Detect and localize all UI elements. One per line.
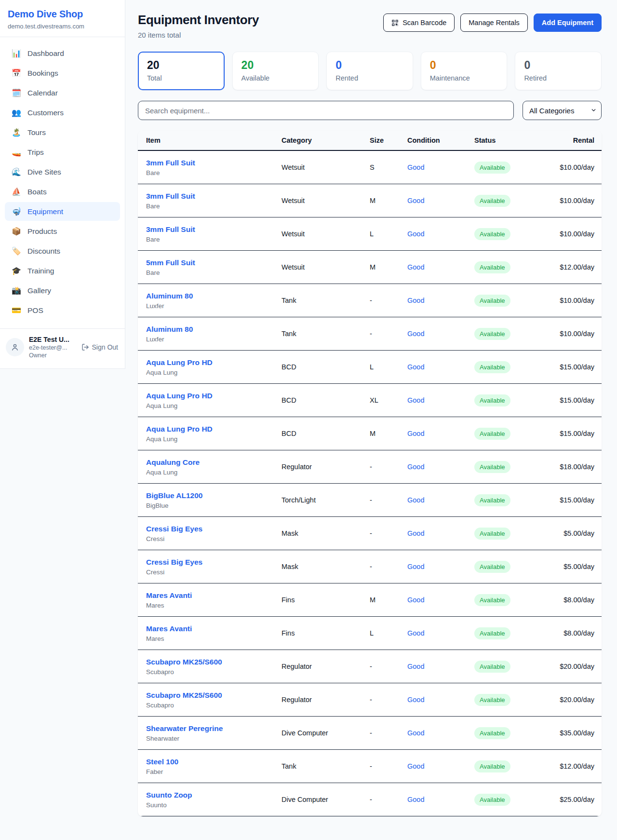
condition-link[interactable]: Good [407, 363, 474, 371]
sidebar-item[interactable]: 👥 Customers [5, 103, 120, 122]
stat-card[interactable]: 0 Rented [326, 52, 413, 90]
sidebar-item[interactable]: 🤿 Equipment [5, 202, 120, 221]
table-row[interactable]: Steel 100 Faber Tank - Good Available $1… [138, 750, 602, 783]
condition-link[interactable]: Good [407, 629, 474, 637]
stat-card[interactable]: 20 Available [232, 52, 319, 90]
stat-card[interactable]: 0 Retired [515, 52, 602, 90]
item-name-link[interactable]: Aqua Lung Pro HD [146, 358, 282, 367]
stat-label: Total [147, 74, 215, 82]
stat-card[interactable]: 0 Maintenance [421, 52, 508, 90]
table-row[interactable]: Shearwater Peregrine Shearwater Dive Com… [138, 717, 602, 750]
condition-link[interactable]: Good [407, 596, 474, 604]
sidebar-item[interactable]: 💳 POS [5, 301, 120, 320]
table-row[interactable]: Mares Avanti Mares Fins L Good Available… [138, 617, 602, 650]
item-name-link[interactable]: Mares Avanti [146, 591, 282, 600]
sidebar-item[interactable]: 🚤 Trips [5, 143, 120, 162]
table-row[interactable]: Mares Avanti Mares Fins M Good Available… [138, 583, 602, 617]
category-select[interactable]: All Categories [523, 101, 602, 120]
condition-link[interactable]: Good [407, 529, 474, 537]
condition-link[interactable]: Good [407, 197, 474, 204]
condition-link[interactable]: Good [407, 430, 474, 437]
category-cell: Mask [282, 529, 370, 537]
table-row[interactable]: Suunto Zoop Suunto Dive Computer - Good … [138, 783, 602, 816]
condition-link[interactable]: Good [407, 663, 474, 670]
item-name-link[interactable]: Aluminum 80 [146, 325, 282, 334]
condition-link[interactable]: Good [407, 696, 474, 704]
condition-link[interactable]: Good [407, 496, 474, 504]
item-name-link[interactable]: Shearwater Peregrine [146, 724, 282, 733]
item-name-link[interactable]: Aqua Lung Pro HD [146, 392, 282, 400]
table-row[interactable]: Aqualung Core Aqua Lung Regulator - Good… [138, 450, 602, 484]
condition-link[interactable]: Good [407, 230, 474, 238]
table-row[interactable]: 3mm Full Suit Bare Wetsuit M Good Availa… [138, 184, 602, 217]
item-name-link[interactable]: 3mm Full Suit [146, 159, 282, 167]
item-cell: Mares Avanti Mares [146, 591, 282, 609]
table-row[interactable]: Aqua Lung Pro HD Aqua Lung BCD L Good Av… [138, 351, 602, 384]
bar-chart-icon: 📊 [12, 49, 21, 58]
category-cell: Regulator [282, 696, 370, 704]
size-cell: - [370, 796, 407, 803]
status-badge: Available [474, 428, 510, 440]
table-row[interactable]: Scubapro MK25/S600 Scubapro Regulator - … [138, 650, 602, 683]
item-name-link[interactable]: Scubapro MK25/S600 [146, 691, 282, 700]
scan-barcode-button[interactable]: Scan Barcode [383, 14, 455, 32]
sidebar-item[interactable]: 🏷️ Discounts [5, 242, 120, 260]
sidebar-item[interactable]: 🎓 Training [5, 261, 120, 280]
table-row[interactable]: 3mm Full Suit Bare Wetsuit S Good Availa… [138, 151, 602, 184]
sidebar-item[interactable]: 📸 Gallery [5, 281, 120, 300]
item-name-link[interactable]: Suunto Zoop [146, 791, 282, 799]
brand-name[interactable]: Demo Dive Shop [8, 9, 117, 20]
item-name-link[interactable]: Aqualung Core [146, 458, 282, 467]
table-row[interactable]: Cressi Big Eyes Cressi Mask - Good Avail… [138, 550, 602, 583]
table-row[interactable]: Aluminum 80 Luxfer Tank - Good Available… [138, 317, 602, 351]
item-brand: Mares [146, 635, 282, 642]
condition-link[interactable]: Good [407, 163, 474, 171]
condition-link[interactable]: Good [407, 796, 474, 803]
condition-link[interactable]: Good [407, 297, 474, 304]
item-name-link[interactable]: Aluminum 80 [146, 292, 282, 300]
sidebar-item-label: Boats [27, 188, 47, 196]
status-badge: Available [474, 228, 510, 240]
table-row[interactable]: Scubapro MK25/S600 Scubapro Regulator - … [138, 683, 602, 717]
sidebar-item[interactable]: 🏝️ Tours [5, 123, 120, 142]
table-row[interactable]: 3mm Full Suit Bare Wetsuit L Good Availa… [138, 217, 602, 251]
table-row[interactable]: 5mm Full Suit Bare Wetsuit M Good Availa… [138, 251, 602, 284]
table-row[interactable]: Aqua Lung Pro HD Aqua Lung BCD XL Good A… [138, 384, 602, 417]
item-name-link[interactable]: Mares Avanti [146, 624, 282, 633]
sidebar-item[interactable]: 📦 Products [5, 222, 120, 241]
table-row[interactable]: Cressi Big Eyes Cressi Mask - Good Avail… [138, 517, 602, 550]
size-cell: - [370, 463, 407, 471]
item-name-link[interactable]: Scubapro MK25/S600 [146, 658, 282, 666]
column-header-category: Category [282, 136, 370, 144]
search-input[interactable] [138, 101, 514, 120]
sidebar-item[interactable]: 🗓️ Calendar [5, 83, 120, 102]
condition-link[interactable]: Good [407, 396, 474, 404]
sidebar-item[interactable]: 📊 Dashboard [5, 44, 120, 63]
sidebar-item[interactable]: 🌊 Dive Sites [5, 163, 120, 181]
condition-link[interactable]: Good [407, 563, 474, 570]
item-name-link[interactable]: 3mm Full Suit [146, 192, 282, 201]
manage-rentals-button[interactable]: Manage Rentals [460, 14, 528, 32]
item-name-link[interactable]: Cressi Big Eyes [146, 525, 282, 533]
item-name-link[interactable]: Cressi Big Eyes [146, 558, 282, 567]
item-name-link[interactable]: Aqua Lung Pro HD [146, 425, 282, 434]
size-cell: M [370, 197, 407, 204]
brand-block: Demo Dive Shop demo.test.divestreams.com [0, 0, 125, 37]
condition-link[interactable]: Good [407, 330, 474, 338]
condition-link[interactable]: Good [407, 463, 474, 471]
condition-link[interactable]: Good [407, 729, 474, 737]
condition-link[interactable]: Good [407, 263, 474, 271]
item-name-link[interactable]: 5mm Full Suit [146, 258, 282, 267]
item-name-link[interactable]: Steel 100 [146, 758, 282, 766]
sidebar-item[interactable]: ⛵ Boats [5, 182, 120, 201]
sign-out-button[interactable]: Sign Out [80, 341, 119, 353]
add-equipment-button[interactable]: Add Equipment [534, 14, 602, 32]
sidebar-item[interactable]: 📅 Bookings [5, 64, 120, 82]
item-name-link[interactable]: 3mm Full Suit [146, 225, 282, 234]
item-name-link[interactable]: BigBlue AL1200 [146, 491, 282, 500]
table-row[interactable]: BigBlue AL1200 BigBlue Torch/Light - Goo… [138, 484, 602, 517]
table-row[interactable]: Aluminum 80 Luxfer Tank - Good Available… [138, 284, 602, 317]
condition-link[interactable]: Good [407, 762, 474, 770]
stat-card[interactable]: 20 Total [138, 52, 225, 90]
table-row[interactable]: Aqua Lung Pro HD Aqua Lung BCD M Good Av… [138, 417, 602, 450]
